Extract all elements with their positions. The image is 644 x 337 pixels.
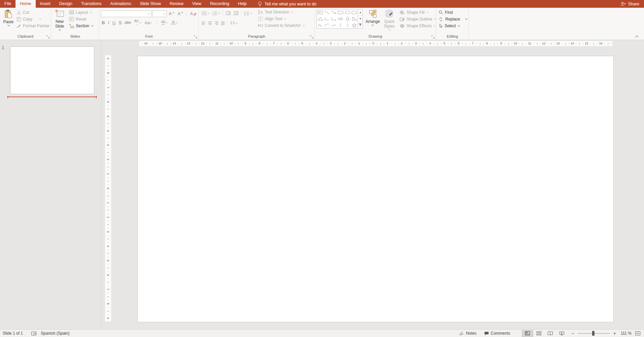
tab-design[interactable]: Design xyxy=(55,0,77,8)
align-left-button[interactable] xyxy=(201,20,206,26)
italic-button[interactable]: I xyxy=(108,20,109,25)
columns-button[interactable] xyxy=(229,20,239,26)
tab-help[interactable]: Help xyxy=(234,0,251,8)
align-right-button[interactable] xyxy=(214,20,219,26)
format-painter-button[interactable]: Format Painter xyxy=(15,23,51,29)
align-center-button[interactable] xyxy=(207,20,213,26)
tab-insert[interactable]: Insert xyxy=(36,0,55,8)
bullets-button[interactable] xyxy=(201,10,211,16)
highlight-color-button[interactable]: ab xyxy=(161,20,168,25)
justify-button[interactable] xyxy=(220,20,226,26)
shape-text-box[interactable] xyxy=(317,9,324,16)
tell-me-box[interactable]: Tell me what you want to do xyxy=(258,0,316,8)
character-spacing-button[interactable]: AV ↔ xyxy=(134,20,141,26)
shape-oval[interactable] xyxy=(344,9,351,16)
zoom-slider-thumb[interactable] xyxy=(592,331,594,336)
font-dialog-launcher-icon[interactable] xyxy=(194,35,197,39)
shape-arc[interactable] xyxy=(324,22,330,28)
drawing-dialog-launcher-icon[interactable] xyxy=(431,35,435,39)
shrink-font-button[interactable]: A▼ xyxy=(177,11,185,17)
spell-check-book-icon[interactable] xyxy=(31,331,37,336)
section-button[interactable]: Section xyxy=(68,23,95,29)
shape-star[interactable] xyxy=(351,22,358,28)
shape-outline-button[interactable]: Shape Outline xyxy=(398,16,438,22)
zoom-level[interactable]: 111 % xyxy=(621,331,632,336)
zoom-out-button[interactable]: − xyxy=(571,331,575,336)
tab-animations[interactable]: Animations xyxy=(106,0,135,8)
shape-rounded-rectangle[interactable] xyxy=(351,9,358,16)
language-indicator[interactable]: Spanish (Spain) xyxy=(41,331,69,336)
grow-font-button[interactable]: A▲ xyxy=(168,11,176,17)
shape-right-brace[interactable] xyxy=(344,22,351,28)
increase-indent-button[interactable] xyxy=(232,10,239,16)
tab-slide-show[interactable]: Slide Show xyxy=(135,0,165,8)
tab-file[interactable]: File xyxy=(0,0,15,8)
tab-review[interactable]: Review xyxy=(165,0,188,8)
shape-curve[interactable] xyxy=(330,22,337,28)
underline-button[interactable]: U xyxy=(112,20,116,25)
find-button[interactable]: Find xyxy=(438,9,469,15)
bold-button[interactable]: B xyxy=(102,20,105,25)
gallery-scroll-up-button[interactable] xyxy=(358,9,362,16)
slideshow-view-button[interactable] xyxy=(556,330,568,337)
shape-down-arrow[interactable] xyxy=(344,16,351,22)
tab-recording[interactable]: Recording xyxy=(206,0,234,8)
reading-view-button[interactable] xyxy=(545,330,556,337)
share-button[interactable]: Share xyxy=(620,0,639,8)
gallery-more-button[interactable] xyxy=(358,22,362,28)
shape-l-shape[interactable] xyxy=(351,16,358,22)
line-spacing-button[interactable] xyxy=(243,10,253,16)
shape-elbow-arrow-connector[interactable] xyxy=(330,16,337,22)
text-direction-button[interactable]: Text Direction xyxy=(257,9,306,15)
text-shadow-button[interactable]: S xyxy=(119,20,122,25)
slide-thumbnail[interactable] xyxy=(10,46,94,94)
notes-button[interactable]: Notes xyxy=(459,331,476,336)
zoom-in-button[interactable]: + xyxy=(613,331,617,336)
shape-isosceles-triangle[interactable] xyxy=(317,16,324,22)
cut-button[interactable]: Cut xyxy=(15,9,51,15)
shape-line[interactable] xyxy=(324,9,330,16)
tab-transitions[interactable]: Transitions xyxy=(77,0,106,8)
panel-divider[interactable] xyxy=(101,40,102,329)
select-button[interactable]: Select xyxy=(438,23,469,29)
tab-view[interactable]: View xyxy=(188,0,206,8)
decrease-indent-button[interactable] xyxy=(225,10,232,16)
paragraph-dialog-launcher-icon[interactable] xyxy=(310,35,314,39)
align-text-button[interactable]: Align Text xyxy=(257,15,306,22)
shape-left-brace[interactable] xyxy=(337,22,344,28)
shape-right-arrow[interactable] xyxy=(337,16,344,22)
shape-rectangle[interactable] xyxy=(337,9,344,16)
convert-to-smartart-button[interactable]: Convert to SmartArt xyxy=(257,22,306,29)
comments-button[interactable]: Comments xyxy=(484,331,510,336)
font-name-combobox[interactable] xyxy=(101,10,152,17)
layout-button[interactable]: Layout xyxy=(68,9,95,15)
slide-editing-canvas[interactable] xyxy=(137,56,614,322)
reset-button[interactable]: Reset xyxy=(68,16,95,22)
fit-slide-to-window-icon[interactable] xyxy=(635,331,641,336)
numbering-button[interactable] xyxy=(211,10,221,16)
font-color-button[interactable]: A xyxy=(171,21,178,25)
quick-styles-button[interactable]: Quick Styles xyxy=(381,8,398,33)
shape-scribble[interactable] xyxy=(317,22,324,28)
zoom-slider[interactable] xyxy=(578,331,610,336)
font-group: A▲ A▼ A B I U xyxy=(99,8,199,40)
gallery-scroll-down-button[interactable] xyxy=(358,16,362,22)
tab-home[interactable]: Home xyxy=(15,0,35,8)
replace-button[interactable]: ab ac Replace xyxy=(438,16,469,22)
font-size-combobox[interactable] xyxy=(153,10,167,17)
arrange-button[interactable]: Arrange xyxy=(365,8,381,33)
paste-button[interactable]: Paste xyxy=(2,8,15,33)
normal-view-button[interactable] xyxy=(522,330,533,337)
slide-sorter-view-button[interactable] xyxy=(533,330,545,337)
change-case-button[interactable]: Aa xyxy=(144,20,153,25)
collapse-ribbon-button[interactable] xyxy=(635,35,639,38)
shape-effects-button[interactable]: Shape Effects xyxy=(398,23,438,29)
clipboard-dialog-launcher-icon[interactable] xyxy=(46,35,50,39)
clear-formatting-button[interactable]: A xyxy=(189,11,198,17)
shape-fill-button[interactable]: Shape Fill xyxy=(398,9,438,15)
strikethrough-button[interactable]: abc xyxy=(125,20,131,25)
copy-button[interactable]: Copy xyxy=(15,16,51,22)
shape-elbow-connector[interactable] xyxy=(324,16,330,22)
shape-arrow[interactable] xyxy=(330,9,337,16)
new-slide-button[interactable]: New Slide xyxy=(52,8,67,33)
